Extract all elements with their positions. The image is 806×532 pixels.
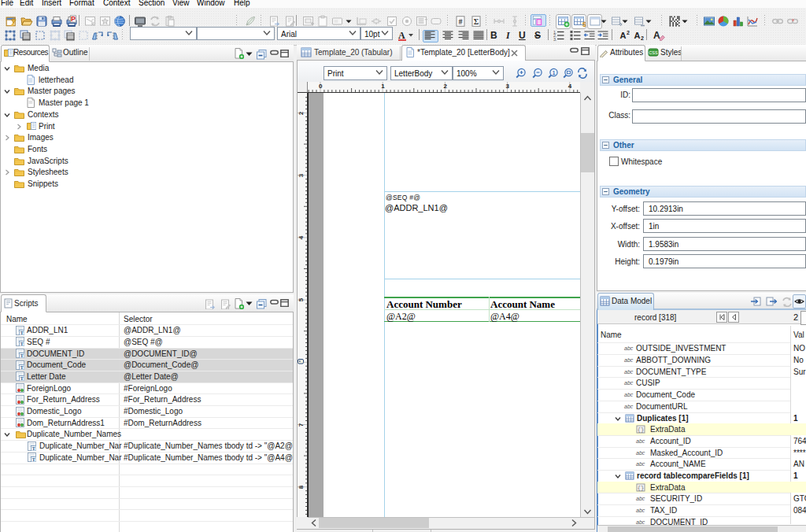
svg-text:T: T xyxy=(20,331,24,335)
svg-text:T: T xyxy=(32,446,35,451)
svg-text:Σ: Σ xyxy=(474,17,479,26)
svg-text:T: T xyxy=(32,457,35,462)
svg-text:#: # xyxy=(459,17,463,26)
svg-text:$: $ xyxy=(582,20,586,28)
svg-text:T: T xyxy=(20,353,24,358)
svg-text:2: 2 xyxy=(641,35,644,41)
svg-text:A: A xyxy=(634,31,641,40)
svg-text:A: A xyxy=(653,30,660,41)
svg-text:CSS: CSS xyxy=(649,50,658,55)
svg-text:T: T xyxy=(20,376,24,381)
svg-text:A: A xyxy=(620,31,627,40)
svg-text:T: T xyxy=(20,365,24,370)
svg-text:{}: {} xyxy=(638,427,644,433)
svg-text:2: 2 xyxy=(627,30,630,35)
svg-text:P: P xyxy=(71,15,76,23)
svg-text:3.: 3. xyxy=(553,37,557,42)
svg-text:T: T xyxy=(20,342,24,346)
svg-text:{}: {} xyxy=(638,485,644,491)
svg-text:1: 1 xyxy=(553,70,556,76)
svg-text:A: A xyxy=(398,30,405,41)
